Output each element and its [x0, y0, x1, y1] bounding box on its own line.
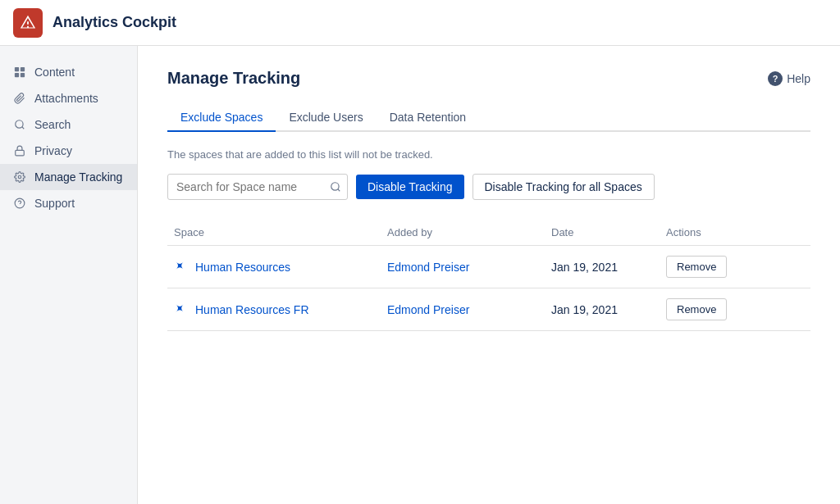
svg-point-10: [331, 183, 339, 190]
tab-exclude-spaces[interactable]: Exclude Spaces: [167, 104, 276, 132]
page-title: Manage Tracking: [167, 69, 300, 88]
user-link-2[interactable]: Edmond Preiser: [387, 303, 469, 316]
space-icon-1: [174, 260, 189, 275]
space-link-1[interactable]: Human Resources: [195, 261, 290, 274]
spaces-table: Space Added by Date Actions Human Resour…: [167, 220, 810, 331]
svg-line-5: [22, 127, 25, 129]
col-header-space: Space: [174, 226, 387, 238]
search-input[interactable]: [167, 174, 348, 200]
svg-point-4: [16, 120, 23, 128]
sidebar-item-privacy[interactable]: Privacy: [0, 138, 137, 164]
app-logo: [13, 8, 43, 38]
svg-rect-0: [15, 67, 19, 71]
tab-exclude-users[interactable]: Exclude Users: [276, 104, 376, 132]
space-icon-2: [174, 302, 189, 317]
remove-button-2[interactable]: Remove: [666, 298, 727, 320]
sidebar-item-label: Attachments: [34, 92, 98, 105]
logo-icon: [19, 14, 37, 32]
search-button[interactable]: [330, 181, 341, 193]
added-by-cell-2: Edmond Preiser: [387, 303, 551, 316]
app-header: Analytics Cockpit: [0, 0, 840, 46]
svg-rect-3: [21, 73, 25, 77]
sidebar-item-label: Manage Tracking: [34, 170, 122, 184]
sidebar-item-attachments[interactable]: Attachments: [0, 85, 137, 111]
app-layout: Content Attachments Search: [0, 46, 840, 504]
col-header-added-by: Added by: [387, 226, 551, 238]
action-row: Disable Tracking Disable Tracking for al…: [167, 174, 810, 200]
date-cell-2: Jan 19, 2021: [551, 303, 666, 316]
disable-tracking-button[interactable]: Disable Tracking: [356, 175, 464, 199]
svg-rect-2: [15, 73, 19, 77]
remove-button-1[interactable]: Remove: [666, 256, 727, 278]
help-link[interactable]: ? Help: [768, 71, 810, 86]
sidebar-item-manage-tracking[interactable]: Manage Tracking: [0, 164, 137, 190]
table-row: Human Resources Edmond Preiser Jan 19, 2…: [167, 246, 810, 288]
help-circle-icon: [13, 197, 26, 210]
grid-icon: [13, 66, 26, 79]
sidebar-item-label: Content: [34, 66, 75, 79]
sidebar: Content Attachments Search: [0, 46, 138, 504]
settings-icon: [13, 170, 26, 184]
sidebar-item-support[interactable]: Support: [0, 190, 137, 216]
tab-data-retention[interactable]: Data Retention: [377, 104, 479, 132]
svg-rect-1: [21, 67, 25, 71]
app-title: Analytics Cockpit: [52, 14, 176, 31]
added-by-cell-1: Edmond Preiser: [387, 261, 551, 274]
user-link-1[interactable]: Edmond Preiser: [387, 261, 469, 274]
sidebar-item-label: Privacy: [34, 144, 72, 157]
main-content: Manage Tracking ? Help Exclude Spaces Ex…: [138, 46, 840, 504]
svg-rect-6: [16, 150, 25, 155]
space-cell-2: Human Resources FR: [174, 302, 387, 317]
page-header-row: Manage Tracking ? Help: [167, 69, 810, 88]
search-magnifier-icon: [330, 181, 341, 193]
space-link-2[interactable]: Human Resources FR: [195, 303, 309, 316]
sidebar-item-content[interactable]: Content: [0, 59, 137, 85]
paperclip-icon: [13, 92, 26, 105]
space-cell-1: Human Resources: [174, 260, 387, 275]
help-label: Help: [787, 72, 810, 85]
sidebar-item-search[interactable]: Search: [0, 111, 137, 138]
date-cell-1: Jan 19, 2021: [551, 261, 666, 274]
table-row: Human Resources FR Edmond Preiser Jan 19…: [167, 288, 810, 331]
lock-icon: [13, 144, 26, 157]
search-icon: [13, 118, 26, 131]
actions-cell-1: Remove: [666, 256, 748, 278]
svg-line-11: [338, 189, 340, 192]
help-icon: ?: [768, 71, 783, 86]
info-text: The spaces that are added to this list w…: [167, 148, 810, 161]
actions-cell-2: Remove: [666, 298, 748, 320]
disable-all-tracking-button[interactable]: Disable Tracking for all Spaces: [472, 174, 655, 200]
sidebar-item-label: Search: [34, 118, 71, 131]
col-header-actions: Actions: [666, 226, 748, 238]
search-wrapper: [167, 174, 348, 200]
tabs-bar: Exclude Spaces Exclude Users Data Retent…: [167, 104, 810, 132]
sidebar-item-label: Support: [34, 197, 75, 210]
table-header: Space Added by Date Actions: [167, 220, 810, 246]
col-header-date: Date: [551, 226, 666, 238]
svg-point-7: [18, 175, 21, 179]
